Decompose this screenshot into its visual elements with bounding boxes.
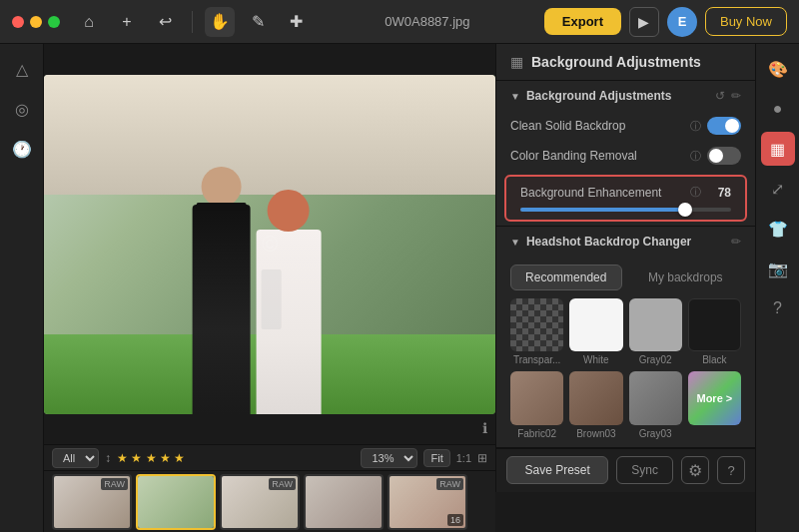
sync-button[interactable]: Sync [616,456,673,484]
home-icon[interactable]: ⌂ [74,7,104,37]
thumb-badge: RAW [269,478,296,490]
thumb-badge: RAW [436,478,463,490]
backdrop-thumb-black [688,298,741,351]
backdrop-white[interactable]: White [569,298,622,365]
section-arrow-headshot-icon: ▼ [510,237,520,248]
color-banding-toggle[interactable] [707,147,741,165]
clean-solid-info-icon[interactable]: ⓘ [690,119,701,134]
maximize-dot[interactable] [48,16,60,28]
separator [192,11,193,33]
backdrop-thumb-gray02 [629,298,682,351]
help-icon[interactable]: ? [717,456,745,484]
close-dot[interactable] [12,16,24,28]
backdrop-brown03[interactable]: Brown03 [569,371,622,438]
backdrop-thumb-white [569,298,622,351]
backdrop-gray02[interactable]: Gray02 [629,298,682,365]
grid-icon[interactable]: ⊞ [477,451,487,465]
far-right-toolbar: 🎨 ● ▦ ⤢ 👕 📷 ? [755,44,799,532]
slider-fill [520,208,685,212]
dot-circle-icon[interactable]: ● [761,92,795,126]
thumb-2[interactable] [136,474,216,530]
grid-tool-icon[interactable]: ▦ [761,132,795,166]
shirt-icon[interactable]: 👕 [761,212,795,246]
section-header-bg[interactable]: ▼ Background Adjustments ↺ ✏ [496,81,755,111]
backdrop-grid: Transpar... White Gray02 Black [496,298,755,447]
fit-button[interactable]: Fit [423,449,449,467]
slider-thumb[interactable] [678,203,692,217]
backdrop-name-gray03: Gray03 [629,428,682,439]
canvas-area: © ℹ All ↕ ★ ★ ★ ★ ★ 13% Fit 1:1 ⊞ [44,44,495,532]
slider-track[interactable] [520,208,731,212]
filmstrip: All ↕ ★ ★ ★ ★ ★ 13% Fit 1:1 ⊞ RAW [44,444,495,532]
backdrop-gray03[interactable]: Gray03 [629,371,682,438]
backdrop-thumb-fabric02 [510,371,563,424]
traffic-lights [12,16,60,28]
bg-adjustments-section: ▼ Background Adjustments ↺ ✏ Clean Solid… [496,81,755,227]
tab-recommended[interactable]: Recommended [510,265,622,290]
enhancement-info-icon[interactable]: ⓘ [690,185,701,200]
undo-icon[interactable]: ↩ [150,7,180,37]
palette-icon[interactable]: 🎨 [761,52,795,86]
help-side-icon[interactable]: ? [761,291,795,325]
minimize-dot[interactable] [30,16,42,28]
color-banding-info-icon[interactable]: ⓘ [690,149,701,164]
resize-icon[interactable]: ⤢ [761,172,795,206]
thumb-5[interactable]: 16 RAW [388,474,467,530]
more-label: More > [696,392,732,404]
backdrop-name-transparent: Transpar... [510,354,563,365]
bandage-tool-icon[interactable]: ✚ [281,7,311,37]
settings-small-icon[interactable]: ⚙ [681,456,709,484]
ratio-button[interactable]: 1:1 [456,452,471,464]
sort-icon[interactable]: ↕ [105,451,111,465]
clean-solid-label: Clean Solid Backdrop [510,119,684,133]
canvas-main: © ℹ [44,44,495,444]
filmstrip-controls: All ↕ ★ ★ ★ ★ ★ 13% Fit 1:1 ⊞ [44,445,495,471]
left-toolbar: △ ◎ 🕐 [0,44,44,532]
backdrop-name-gray02: Gray02 [629,354,682,365]
tab-my-backdrops[interactable]: My backdrops [630,265,742,290]
clean-solid-toggle[interactable] [707,117,741,135]
thumb-1[interactable]: RAW [52,474,132,530]
panel-title: Background Adjustments [531,54,741,70]
backdrop-name-fabric02: Fabric02 [510,428,563,439]
backdrop-thumb-more: More > [688,371,741,424]
camera-icon[interactable]: 📷 [761,252,795,285]
backdrop-fabric02[interactable]: Fabric02 [510,371,563,438]
buynow-button[interactable]: Buy Now [705,7,787,36]
hand-tool-icon[interactable]: ✋ [205,7,235,37]
thumb-4[interactable] [304,474,384,530]
rp-bottom: Save Preset Sync ⚙ ? [496,448,755,492]
edit-icon[interactable]: ✏ [731,89,741,103]
add-icon[interactable]: + [112,7,142,37]
export-button[interactable]: Export [544,8,621,35]
section-header-headshot[interactable]: ▼ Headshot Backdrop Changer ✏ [496,227,755,257]
history-icon[interactable]: 🕐 [5,132,39,166]
rp-header: ▦ Background Adjustments [496,44,755,81]
info-icon[interactable]: ℹ [482,420,487,436]
right-panel: ▦ Background Adjustments ▼ Background Ad… [495,44,755,492]
backdrop-black[interactable]: Black [688,298,741,365]
star-rating[interactable]: ★ ★ ★ ★ ★ [117,451,185,465]
topbar: ⌂ + ↩ ✋ ✎ ✚ 0W0A8887.jpg Export ▶ E Buy … [0,0,799,44]
save-preset-button[interactable]: Save Preset [506,456,608,484]
triangle-tool-icon[interactable]: △ [5,52,39,86]
headshot-edit-icon[interactable]: ✏ [731,235,741,249]
backdrop-more[interactable]: More > [688,371,741,438]
brush-tool-icon[interactable]: ✎ [243,7,273,37]
thumb-3[interactable]: RAW [220,474,300,530]
circle-tool-icon[interactable]: ◎ [5,92,39,126]
headshot-backdrop-section: ▼ Headshot Backdrop Changer ✏ Recommende… [496,227,755,448]
avatar[interactable]: E [667,7,697,37]
slider-value: 78 [707,186,731,200]
section-arrow-icon: ▼ [510,91,520,102]
backdrop-transparent[interactable]: Transpar... [510,298,563,365]
slider-header: Background Enhancement ⓘ 78 [520,185,731,200]
reset-icon[interactable]: ↺ [715,89,725,103]
export-arrow-icon[interactable]: ▶ [629,7,659,37]
zoom-select[interactable]: 13% [361,448,417,468]
section-title-bg: Background Adjustments [526,89,709,103]
color-banding-row: Color Banding Removal ⓘ [496,141,755,171]
filter-select[interactable]: All [52,448,99,468]
backdrop-thumb-gray03 [629,371,682,424]
rp-content: ▼ Background Adjustments ↺ ✏ Clean Solid… [496,81,755,448]
